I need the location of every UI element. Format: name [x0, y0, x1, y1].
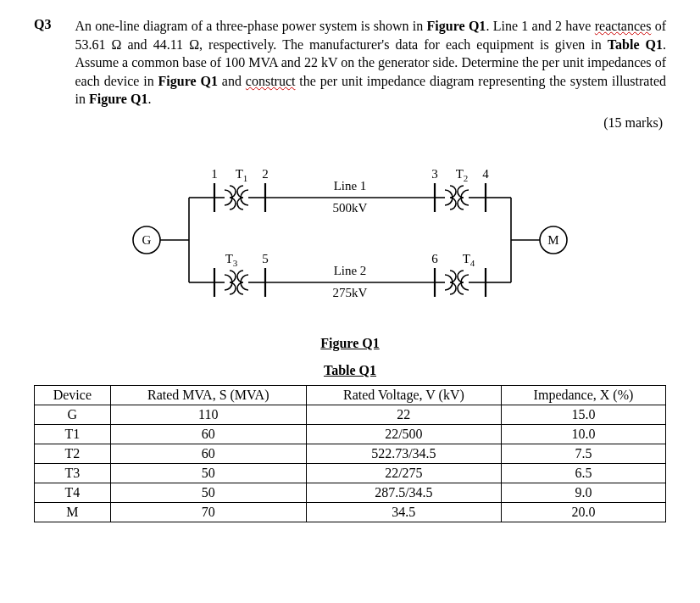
- cell-mva: 60: [110, 444, 306, 463]
- question-block: Q3 An one-line diagram of a three-phase …: [34, 17, 666, 132]
- transformer-icon: [435, 186, 486, 209]
- cell-x: 7.5: [501, 444, 665, 463]
- cell-x: 15.0: [501, 405, 665, 424]
- cell-kv: 522.73/34.5: [306, 444, 501, 463]
- table-row: T450287.5/34.59.0: [35, 483, 666, 502]
- table-row: M7034.520.0: [35, 502, 666, 522]
- figure-ref: Figure Q1: [427, 19, 486, 33]
- cell-device: G: [35, 405, 111, 424]
- table-caption: Table Q1: [34, 363, 666, 378]
- cell-mva: 110: [110, 405, 306, 424]
- node-6: 6: [431, 252, 438, 265]
- node-4: 4: [482, 167, 489, 181]
- circuit-svg: G M 1 T1 2 Line 1 500kV 3: [113, 151, 587, 329]
- figure-ref: Figure Q1: [158, 74, 218, 88]
- line1-label: Line 1: [334, 179, 367, 193]
- cell-x: 20.0: [501, 502, 665, 522]
- cell-device: T3: [35, 463, 111, 483]
- transformer-icon: [214, 186, 265, 209]
- wavy-word: reactances: [595, 19, 652, 33]
- figure-diagram: G M 1 T1 2 Line 1 500kV 3: [34, 151, 666, 329]
- cell-kv: 22/500: [306, 424, 501, 444]
- cell-mva: 60: [110, 424, 306, 444]
- th-x: Impedance, X (%): [501, 385, 665, 405]
- data-table: Device Rated MVA, S (MVA) Rated Voltage,…: [34, 385, 666, 522]
- line2-voltage: 275kV: [333, 286, 368, 299]
- motor-label: M: [547, 233, 558, 247]
- node-1: 1: [211, 167, 218, 181]
- th-device: Device: [35, 385, 111, 405]
- node-2: 2: [262, 167, 269, 181]
- figure-ref: Figure Q1: [89, 92, 147, 106]
- table-row: G1102215.0: [35, 405, 666, 424]
- cell-x: 9.0: [501, 483, 665, 502]
- cell-kv: 287.5/34.5: [306, 483, 501, 502]
- cell-kv: 22/275: [306, 463, 501, 483]
- cell-device: T2: [35, 444, 111, 463]
- line2-label: Line 2: [334, 264, 367, 277]
- gen-label: G: [142, 233, 152, 247]
- table-ref: Table Q1: [608, 37, 663, 52]
- node-3: 3: [431, 167, 438, 181]
- transformer-icon: [435, 271, 486, 294]
- t2-label: T2: [456, 167, 469, 183]
- cell-device: M: [35, 502, 111, 522]
- table-row: T35022/2756.5: [35, 463, 666, 483]
- cell-device: T1: [35, 424, 111, 444]
- node-5: 5: [262, 252, 269, 265]
- t3-label: T3: [225, 252, 238, 268]
- text-part: .: [147, 92, 151, 106]
- cell-x: 10.0: [501, 424, 665, 444]
- cell-kv: 34.5: [306, 502, 501, 522]
- wavy-word: construct: [246, 74, 296, 88]
- figure-caption: Figure Q1: [34, 336, 666, 351]
- table-row: T260522.73/34.57.5: [35, 444, 666, 463]
- table-header-row: Device Rated MVA, S (MVA) Rated Voltage,…: [35, 385, 666, 405]
- cell-kv: 22: [306, 405, 501, 424]
- th-kv: Rated Voltage, V (kV): [306, 385, 501, 405]
- cell-device: T4: [35, 483, 111, 502]
- table-row: T16022/50010.0: [35, 424, 666, 444]
- text-part: An one-line diagram of a three-phase pow…: [75, 19, 426, 33]
- marks-label: (15 marks): [75, 114, 666, 132]
- line1-voltage: 500kV: [333, 201, 368, 215]
- cell-mva: 50: [110, 483, 306, 502]
- t4-label: T4: [463, 252, 475, 268]
- text-part: . Line 1 and 2 have: [486, 19, 594, 33]
- cell-x: 6.5: [501, 463, 665, 483]
- transformer-icon: [214, 271, 265, 294]
- question-number: Q3: [34, 17, 51, 132]
- cell-mva: 70: [110, 502, 306, 522]
- t1-label: T1: [236, 167, 248, 183]
- question-text: An one-line diagram of a three-phase pow…: [75, 17, 666, 132]
- th-mva: Rated MVA, S (MVA): [110, 385, 306, 405]
- cell-mva: 50: [110, 463, 306, 483]
- text-part: and: [218, 74, 246, 88]
